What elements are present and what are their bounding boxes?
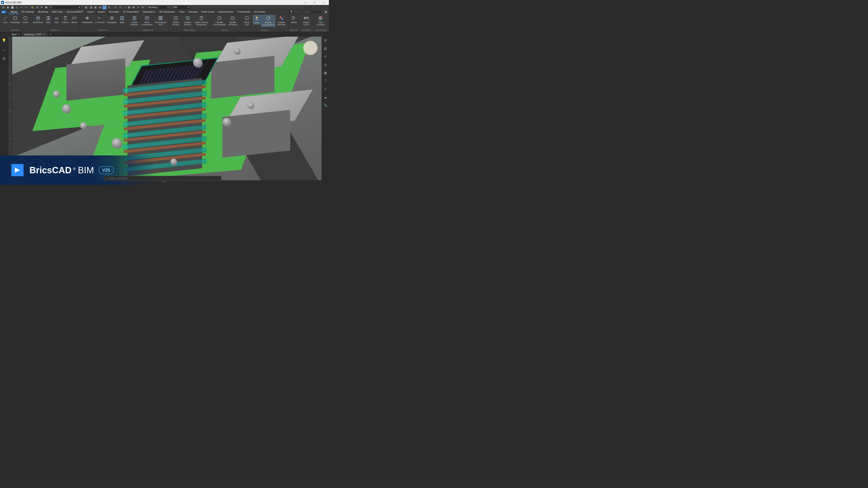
tool-define-section[interactable]: Define Section [170,15,182,26]
toggle-icon[interactable]: ⊕ [141,5,145,9]
ribbon-tab-insert[interactable]: Insert [85,10,96,14]
tool-column[interactable]: Column [61,15,70,24]
tab-close-icon[interactable]: ✕ [43,33,45,35]
toggle-icon[interactable]: ▤ [98,5,102,9]
minimize-button[interactable]: — [301,0,310,5]
target-icon[interactable]: ◎ [323,62,328,67]
layer-dropdown[interactable]: 0 ▾ [50,5,81,9]
tool-select[interactable]: Select [290,15,298,24]
tool-slab[interactable]: Slab [53,15,60,24]
toggle-icon[interactable]: ◉ [131,5,135,9]
layers-icon[interactable]: ▤ [323,46,328,51]
ribbon-tab-3d-parametric[interactable]: 3D Parametric [157,10,177,14]
cloud-icon[interactable]: ☁ [323,95,328,99]
star-icon[interactable]: ✧ [323,87,328,91]
toggle-icon[interactable]: ▦ [93,5,97,9]
ribbon-tab-export[interactable]: Export [96,10,107,14]
layer-visibility-icon[interactable]: ◐ [31,5,35,9]
workspace-dropdown-2[interactable]: BIM ▾ [172,5,190,9]
ribbon-tab-bim-data[interactable]: BIM Data [50,10,65,14]
ribbon-tab-2d-drafting[interactable]: 2D Drafting [19,10,36,14]
toggle-icon[interactable]: ◨ [89,5,93,9]
toggle-icon[interactable]: ◧ [84,5,88,9]
building-model[interactable] [220,93,302,156]
ribbon-tab-modeling[interactable]: Modeling [36,10,50,14]
ribbon-search[interactable]: 🔍 [288,10,322,13]
tool-rectangle[interactable]: Rectangle [9,15,21,24]
command-line[interactable]: >: Enter command [104,176,221,181]
layer-color-icon[interactable]: ◼ [44,5,48,9]
toggle-icon[interactable]: ⊡ [118,5,122,9]
document-tab[interactable]: Start✕ [9,32,22,36]
tool-rectangular-grid[interactable]: Rectangular Grid [154,15,167,26]
ribbon-tab-home[interactable]: Home [8,10,19,14]
new-file-icon[interactable]: ▥ [1,5,5,9]
section-icon[interactable]: ⊤ [323,78,328,83]
lightbulb-icon[interactable]: 💡 [2,38,6,43]
tab-close-icon[interactable]: ✕ [18,33,20,35]
tool-export-to-ifc[interactable]: IFCExport to IFC [301,15,312,26]
scene-3d[interactable] [12,37,322,180]
tool-line[interactable]: Line [1,15,9,24]
balloon-icon[interactable]: ⊙ [323,54,328,59]
undo-icon[interactable]: ↶ [20,5,24,9]
print-icon[interactable]: ⎙ [15,5,19,9]
drag-handle-icon[interactable]: ⋮⋮ [2,33,8,36]
layer-freeze-icon[interactable]: ❄ [39,5,43,9]
toggle-icon[interactable]: ⬚ [123,5,127,9]
ribbon-tab-view[interactable]: View [177,10,186,14]
drag-handle-icon[interactable]: ⋮⋮ [321,33,327,36]
panel-toggle-button[interactable]: ◨ [323,10,328,13]
ribbon-tab-ai-predict[interactable]: AI Predict [252,10,267,14]
ribbon-tab-operations[interactable]: Operations [141,10,157,14]
ribbon-search-input[interactable] [294,11,320,13]
tool-propagate[interactable]: Propagate [106,15,118,24]
attachment-icon[interactable]: 📎 [323,103,328,107]
close-button[interactable]: ✕ [319,0,328,5]
ribbon-tab-structural-mep[interactable]: Structural/MEP [64,10,85,14]
toggle-icon[interactable]: ⊞ [107,5,111,9]
tool-lod[interactable]: LOD [253,15,260,24]
maximize-button[interactable]: ▢ [310,0,319,5]
toggle-icon[interactable]: ◎ [114,5,118,9]
tool-graphic-override[interactable]: Graphic Override [276,15,287,26]
toggle-icon[interactable]: ▦ [127,5,131,9]
tool-define-interior-elevations[interactable]: Define Interior Elevations [194,15,209,26]
building-model-selected[interactable] [121,61,216,174]
settings-icon[interactable]: ⚙ [323,38,328,42]
app-menu-button[interactable]: ▶▾ [1,10,6,14]
ribbon-tab-expresstools[interactable]: ExpressTools [217,10,235,14]
viewport-3d[interactable] [8,37,322,180]
tool-create-window[interactable]: Create Window [129,15,140,26]
tool-beam[interactable]: Beam [70,15,78,24]
tool-geo-location[interactable]: Geo Location [315,15,326,26]
toggle-icon[interactable]: ✦ [136,5,140,9]
tool-classify-automatically[interactable]: Classify Automatically [212,15,227,26]
tool-insert-component[interactable]: Insert Component [141,15,153,26]
tool-wall[interactable]: Wall [44,15,52,24]
ribbon-tab-2d-parametric[interactable]: 2D Parametric [121,10,141,14]
open-file-icon[interactable]: ▣ [6,5,10,9]
tool-manipulate[interactable]: Manipulate [81,15,93,24]
ribbon-tab-annotate[interactable]: Annotate [107,10,121,14]
ribbon-tab-productivity[interactable]: Productivity [235,10,252,14]
tool-spatial-locations[interactable]: Spatial Locations [227,15,238,26]
tool-circle[interactable]: Circle [22,15,29,24]
document-tab[interactable]: Building 1-V25*✕ [22,32,47,36]
toggle-icon[interactable]: ◫ [102,5,106,9]
home-icon[interactable]: ⌂ [2,47,6,52]
structure-icon[interactable]: ⊟ [2,56,6,61]
tool-split[interactable]: Split [118,15,126,24]
ribbon-tab-manage[interactable]: Manage [186,10,199,14]
grid-icon[interactable]: ▦ [323,70,328,75]
tool-quickdraw[interactable]: Quickdraw [32,15,44,24]
save-icon[interactable]: 💾 [10,5,14,9]
tool-l-connect[interactable]: L-Connect [94,15,105,24]
tool-block-lod[interactable]: Block LOD [241,15,252,26]
layer-lock-icon[interactable]: ⊕ [35,5,39,9]
view-compass[interactable] [303,41,318,55]
new-tab-button[interactable]: ＋ [47,32,54,36]
building-model[interactable] [209,39,290,98]
tool-render-composition[interactable]: Render Composition [261,15,275,27]
tool-update-section[interactable]: Update Section [182,15,193,26]
